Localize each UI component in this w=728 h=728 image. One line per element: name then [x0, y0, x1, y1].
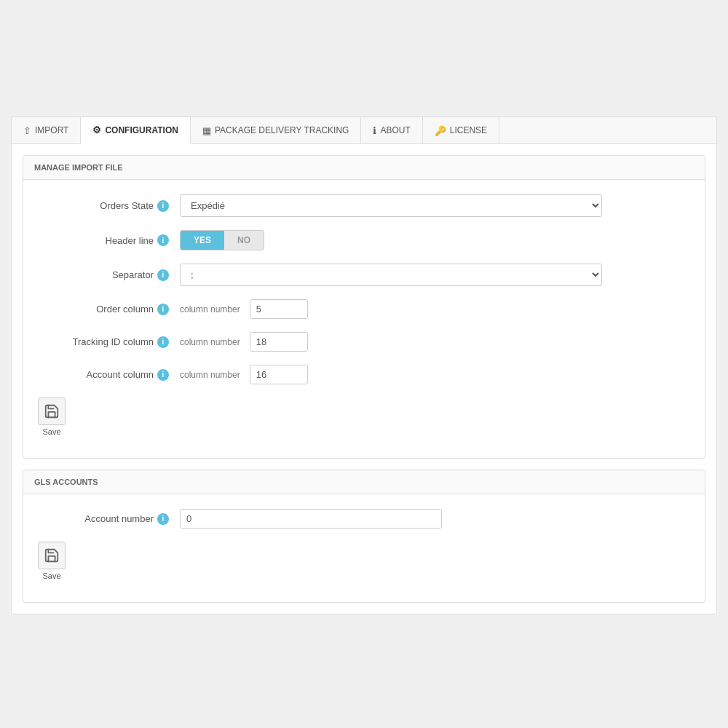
gls-save-button[interactable]: Save [38, 542, 66, 580]
account-number-input[interactable] [180, 509, 442, 529]
tracking-id-column-label: Tracking ID column i [34, 336, 180, 348]
gls-floppy-disk-icon [44, 547, 60, 563]
account-column-row: Account column i column number [34, 365, 694, 384]
header-line-label: Header line i [34, 234, 180, 246]
tab-license-label: LICENSE [450, 125, 487, 135]
tracking-id-control: column number [180, 332, 694, 352]
tab-import[interactable]: ⇧ IMPORT [12, 117, 81, 143]
separator-control: ;,| [180, 264, 694, 286]
gls-accounts-title: GLS ACCOUNTS [23, 470, 705, 494]
order-column-label: Order column i [34, 304, 180, 315]
account-number-row: Account number i [34, 509, 694, 529]
tab-license[interactable]: 🔑 LICENSE [423, 117, 499, 143]
separator-select[interactable]: ;,| [180, 264, 602, 286]
account-column-info-icon[interactable]: i [157, 369, 169, 381]
manage-import-file-body: Orders State i ExpédiéEn attenteEn cours… [23, 180, 705, 458]
content-area: MANAGE IMPORT FILE Orders State i Expédi… [11, 143, 717, 614]
tab-package-label: PACKAGE DELIVERY TRACKING [215, 125, 349, 135]
order-column-control: column number [180, 299, 694, 319]
orders-state-select[interactable]: ExpédiéEn attenteEn cours [180, 194, 602, 217]
tracking-id-input[interactable] [250, 332, 308, 352]
separator-row: Separator i ;,| [34, 264, 694, 286]
header-line-yes-button[interactable]: YES [181, 231, 224, 250]
account-column-label: Account column i [34, 369, 180, 381]
tab-package-delivery-tracking[interactable]: ▦ PACKAGE DELIVERY TRACKING [191, 117, 362, 143]
order-column-input[interactable] [250, 299, 308, 319]
header-line-no-button[interactable]: NO [224, 231, 264, 250]
configuration-icon: ⚙ [92, 124, 101, 135]
orders-state-row: Orders State i ExpédiéEn attenteEn cours [34, 194, 694, 217]
gls-accounts-body: Account number i Save [23, 494, 705, 602]
order-column-col-label: column number [180, 304, 240, 314]
import-icon: ⇧ [23, 125, 31, 136]
separator-label: Separator i [34, 269, 180, 281]
tabs-bar: ⇧ IMPORT ⚙ CONFIGURATION ▦ PACKAGE DELIV… [11, 116, 717, 143]
header-line-toggle: YES NO [180, 230, 264, 250]
tracking-id-column-row: Tracking ID column i column number [34, 332, 694, 352]
separator-info-icon[interactable]: i [157, 269, 169, 281]
header-line-row: Header line i YES NO [34, 230, 694, 250]
account-number-info-icon[interactable]: i [157, 513, 169, 525]
gls-save-icon [38, 542, 66, 569]
tab-configuration-label: CONFIGURATION [105, 125, 178, 135]
gls-accounts-panel: GLS ACCOUNTS Account number i [23, 470, 705, 603]
account-column-col-label: column number [180, 370, 240, 380]
tab-about-label: ABOUT [380, 125, 410, 135]
manage-import-file-title: MANAGE IMPORT FILE [23, 156, 705, 180]
about-icon: ℹ [373, 125, 376, 136]
save-icon [38, 397, 66, 425]
tracking-id-col-label: column number [180, 337, 240, 347]
manage-import-save-button[interactable]: Save [38, 397, 66, 436]
account-column-input[interactable] [250, 365, 308, 384]
orders-state-control: ExpédiéEn attenteEn cours [180, 194, 694, 217]
manage-import-file-panel: MANAGE IMPORT FILE Orders State i Expédi… [23, 155, 705, 459]
floppy-disk-icon [44, 403, 60, 419]
header-line-control: YES NO [180, 230, 694, 250]
header-line-info-icon[interactable]: i [157, 234, 169, 246]
account-column-control: column number [180, 365, 694, 384]
tab-configuration[interactable]: ⚙ CONFIGURATION [81, 117, 190, 144]
license-icon: 🔑 [435, 125, 446, 136]
tab-import-label: IMPORT [35, 125, 68, 135]
tracking-id-info-icon[interactable]: i [157, 336, 169, 348]
account-number-label: Account number i [34, 513, 180, 525]
package-icon: ▦ [202, 125, 211, 136]
account-number-control [180, 509, 694, 529]
order-column-info-icon[interactable]: i [157, 304, 169, 315]
orders-state-info-icon[interactable]: i [157, 200, 169, 212]
order-column-row: Order column i column number [34, 299, 694, 319]
tab-about[interactable]: ℹ ABOUT [361, 117, 422, 143]
orders-state-label: Orders State i [34, 200, 180, 212]
